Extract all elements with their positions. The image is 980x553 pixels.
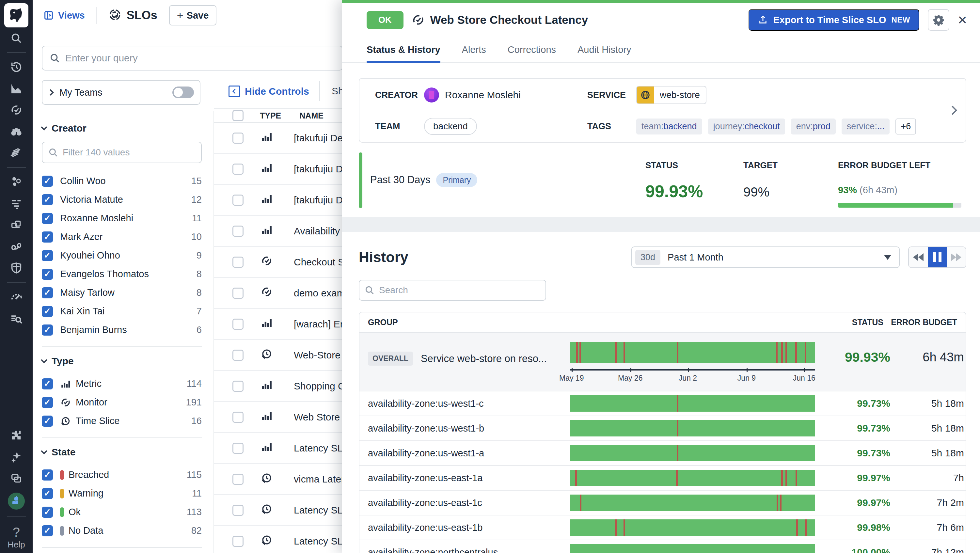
tag-pill[interactable]: service:... bbox=[842, 119, 890, 135]
hide-controls-button[interactable]: Hide Controls bbox=[229, 86, 309, 97]
row-checkbox[interactable] bbox=[232, 164, 243, 175]
fast-forward-button[interactable] bbox=[947, 247, 966, 267]
datadog-logo[interactable] bbox=[4, 3, 29, 27]
group-row[interactable]: availability-zone:us-east-1b 99.98% 7h 6… bbox=[360, 515, 966, 540]
tab-corrections[interactable]: Corrections bbox=[508, 44, 556, 62]
row-checkbox[interactable] bbox=[232, 381, 243, 392]
close-icon[interactable]: × bbox=[958, 12, 967, 28]
service-chip[interactable]: web-store bbox=[636, 86, 706, 104]
help-item[interactable]: ? Help bbox=[8, 525, 25, 550]
checkbox-checked[interactable]: ✓ bbox=[42, 324, 53, 335]
rewind-button[interactable] bbox=[909, 247, 928, 267]
creator-filter-item[interactable]: ✓Kai Xin Tai7 bbox=[42, 302, 202, 321]
ai-sparkles-icon[interactable] bbox=[9, 450, 24, 464]
type-filter-item[interactable]: ✓Monitor191 bbox=[42, 393, 202, 412]
time-range-dropdown[interactable]: 30d Past 1 Month bbox=[632, 246, 900, 268]
tab-alerts[interactable]: Alerts bbox=[462, 44, 486, 62]
checkbox-checked[interactable]: ✓ bbox=[42, 525, 53, 536]
state-filter-item[interactable]: ✓Ok113 bbox=[42, 503, 202, 521]
checkbox-checked[interactable]: ✓ bbox=[42, 194, 53, 205]
export-time-slice-button[interactable]: Export to Time Slice SLO NEW bbox=[749, 9, 919, 31]
security-shield-icon[interactable] bbox=[9, 261, 24, 275]
dashboards-icon[interactable] bbox=[9, 146, 24, 160]
creator-filter-item[interactable]: ✓Benjamin Burns6 bbox=[42, 321, 202, 339]
group-row[interactable]: availability-zone:northcentralus 100.00%… bbox=[360, 540, 966, 553]
slo-summary-card[interactable]: CREATOR Roxanne Moslehi SERVICE web-stor… bbox=[359, 78, 966, 143]
infrastructure-icon[interactable] bbox=[9, 175, 24, 189]
checkbox-checked[interactable]: ✓ bbox=[42, 469, 53, 480]
gauge-icon[interactable] bbox=[9, 289, 24, 304]
settings-button[interactable] bbox=[928, 9, 949, 31]
ci-pipelines-icon[interactable] bbox=[9, 239, 24, 254]
tag-pill[interactable]: team:backend bbox=[636, 119, 702, 135]
select-all-checkbox[interactable] bbox=[232, 110, 243, 121]
checkbox-checked[interactable]: ✓ bbox=[42, 488, 53, 499]
type-section-header[interactable]: Type bbox=[42, 356, 202, 367]
creator-filter-item[interactable]: ✓Victoria Matute12 bbox=[42, 190, 202, 209]
apm-icon[interactable] bbox=[9, 218, 24, 232]
creator-filter-item[interactable]: ✓Evangelos Thomatos8 bbox=[42, 265, 202, 283]
logs-icon[interactable] bbox=[9, 196, 24, 211]
checkbox-checked[interactable]: ✓ bbox=[42, 507, 53, 518]
expand-chevron-icon[interactable] bbox=[948, 106, 957, 115]
row-checkbox[interactable] bbox=[232, 536, 243, 547]
row-checkbox[interactable] bbox=[232, 505, 243, 516]
my-teams-switch[interactable] bbox=[172, 86, 194, 98]
query-input[interactable] bbox=[42, 46, 343, 70]
workspaces-icon[interactable] bbox=[9, 471, 24, 485]
group-row[interactable]: availability-zone:us-west1-b 99.73% 5h 1… bbox=[360, 416, 966, 440]
my-teams-toggle-box[interactable]: My Teams bbox=[42, 80, 200, 105]
row-checkbox[interactable] bbox=[232, 350, 243, 361]
checkbox-checked[interactable]: ✓ bbox=[42, 213, 53, 224]
tab-audit-history[interactable]: Audit History bbox=[578, 44, 631, 62]
tag-pill[interactable]: journey:checkout bbox=[708, 119, 785, 135]
checkbox-checked[interactable]: ✓ bbox=[42, 378, 53, 389]
watchdog-binoculars-icon[interactable] bbox=[9, 124, 24, 139]
state-filter-item[interactable]: ✓Warning11 bbox=[42, 484, 202, 503]
creator-filter-item[interactable]: ✓Collin Woo15 bbox=[42, 172, 202, 190]
group-row[interactable]: availability-zone:us-west1-a 99.73% 5h 1… bbox=[360, 440, 966, 465]
tags-more-button[interactable]: +6 bbox=[896, 119, 916, 135]
type-filter-item[interactable]: ✓Metric114 bbox=[42, 374, 202, 393]
creator-section-header[interactable]: Creator bbox=[42, 123, 202, 134]
creator-filter-item[interactable]: ✓Maisy Tarlow8 bbox=[42, 283, 202, 302]
state-filter-item[interactable]: ✓No Data82 bbox=[42, 521, 202, 540]
creator-filter-item[interactable]: ✓Mark Azer10 bbox=[42, 227, 202, 246]
group-row[interactable]: availability-zone:us-east-1a 99.97% 7h bbox=[360, 465, 966, 490]
row-checkbox[interactable] bbox=[232, 195, 243, 206]
pause-button[interactable] bbox=[928, 247, 947, 267]
row-checkbox[interactable] bbox=[232, 257, 243, 268]
save-view-button[interactable]: + Save bbox=[169, 5, 217, 25]
group-row[interactable]: availability-zone:us-east-1c 99.97% 7h 2… bbox=[360, 490, 966, 515]
checkbox-checked[interactable]: ✓ bbox=[42, 306, 53, 317]
state-section-header[interactable]: State bbox=[42, 447, 202, 458]
creator-filter-item[interactable]: ✓Roxanne Moslehi11 bbox=[42, 209, 202, 227]
checkbox-checked[interactable]: ✓ bbox=[42, 416, 53, 427]
overall-status-bar[interactable] bbox=[570, 342, 815, 363]
history-icon[interactable] bbox=[9, 60, 24, 74]
group-row[interactable]: availability-zone:us-west1-c 99.73% 5h 1… bbox=[360, 391, 966, 416]
views-button[interactable]: Views bbox=[43, 10, 85, 21]
integrations-puzzle-icon[interactable] bbox=[9, 428, 24, 442]
checkbox-checked[interactable]: ✓ bbox=[42, 232, 53, 243]
row-checkbox[interactable] bbox=[232, 443, 243, 454]
slo-target-icon[interactable] bbox=[9, 103, 24, 117]
checkbox-checked[interactable]: ✓ bbox=[42, 176, 53, 187]
creator-filter-item[interactable]: ✓Kyouhei Ohno9 bbox=[42, 246, 202, 265]
state-filter-item[interactable]: ✓Breached115 bbox=[42, 466, 202, 484]
team-pill[interactable]: backend bbox=[424, 118, 477, 135]
overall-row[interactable]: OVERALL Service web-store on reso... May… bbox=[360, 332, 966, 391]
row-checkbox[interactable] bbox=[232, 474, 243, 485]
type-filter-item[interactable]: ✓Time Slice16 bbox=[42, 412, 202, 430]
creator-filter-input[interactable] bbox=[42, 142, 202, 163]
checkbox-checked[interactable]: ✓ bbox=[42, 287, 53, 299]
user-avatar[interactable] bbox=[8, 493, 25, 510]
checkbox-checked[interactable]: ✓ bbox=[42, 269, 53, 280]
history-search-input[interactable] bbox=[359, 280, 546, 301]
row-checkbox[interactable] bbox=[232, 226, 243, 237]
search-icon[interactable] bbox=[9, 31, 24, 45]
tag-pill[interactable]: env:prod bbox=[791, 119, 836, 135]
metrics-icon[interactable] bbox=[9, 81, 24, 95]
tab-status-history[interactable]: Status & History bbox=[367, 44, 441, 62]
checkbox-checked[interactable]: ✓ bbox=[42, 397, 53, 408]
